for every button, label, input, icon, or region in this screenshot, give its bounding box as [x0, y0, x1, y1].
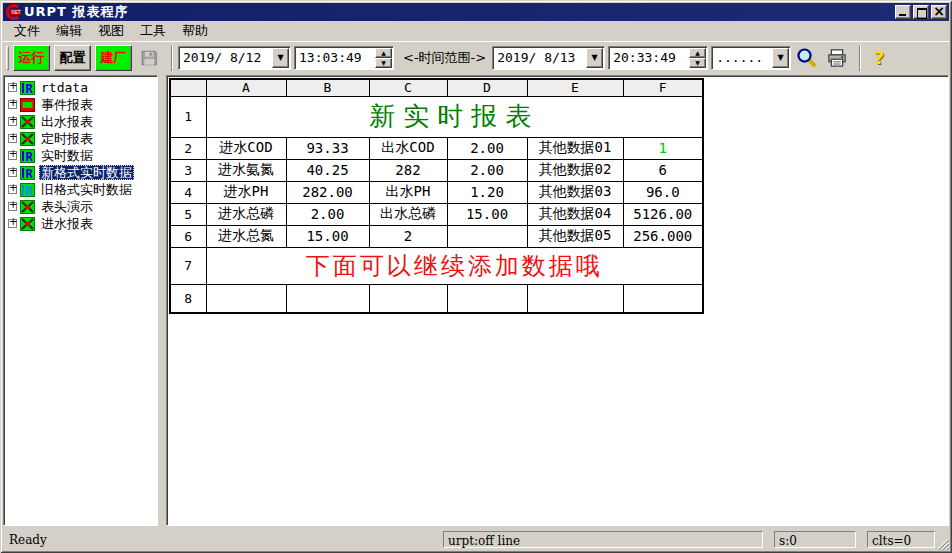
row-header[interactable]: 3 — [170, 159, 206, 181]
resize-grip[interactable] — [936, 537, 949, 550]
row-header[interactable]: 5 — [170, 203, 206, 225]
end-time-spinner[interactable]: 20:33:49 — [608, 46, 708, 70]
chevron-down-icon[interactable] — [586, 48, 603, 68]
expand-plus-icon[interactable] — [8, 117, 17, 126]
row-header[interactable]: 4 — [170, 181, 206, 203]
column-header-b[interactable]: B — [286, 79, 369, 96]
tree-item-timed-report[interactable]: 定时报表 — [6, 130, 157, 147]
expand-plus-icon[interactable] — [8, 185, 17, 194]
spin-down-icon[interactable] — [689, 58, 706, 68]
report-note-cell[interactable]: 下面可以继续添加数据哦 — [206, 247, 703, 284]
cell[interactable]: 15.00 — [447, 203, 527, 225]
panel-splitter[interactable] — [158, 75, 166, 526]
expand-plus-icon[interactable] — [8, 168, 17, 177]
cell[interactable]: 5126.00 — [623, 203, 703, 225]
cell[interactable]: 2.00 — [447, 137, 527, 159]
cell[interactable]: 93.33 — [286, 137, 369, 159]
cell[interactable]: 其他数据02 — [527, 159, 623, 181]
expand-plus-icon[interactable] — [8, 219, 17, 228]
menu-view[interactable]: 视图 — [90, 21, 132, 41]
spin-down-icon[interactable] — [375, 58, 392, 68]
cell[interactable]: 进水COD — [206, 137, 286, 159]
config-button[interactable]: 配置 — [54, 45, 91, 71]
cell[interactable]: 其他数据01 — [527, 137, 623, 159]
cell[interactable] — [447, 225, 527, 247]
cell[interactable] — [527, 284, 623, 313]
spin-up-icon[interactable] — [375, 48, 392, 58]
cell[interactable]: 15.00 — [286, 225, 369, 247]
cell[interactable]: 其他数据03 — [527, 181, 623, 203]
toolbar-grip[interactable] — [6, 46, 9, 70]
cell[interactable]: 2.00 — [447, 159, 527, 181]
row-header[interactable]: 1 — [170, 96, 206, 137]
print-button[interactable] — [824, 46, 850, 70]
maximize-button[interactable] — [913, 5, 929, 19]
cell[interactable]: 282.00 — [286, 181, 369, 203]
cell[interactable]: 256.000 — [623, 225, 703, 247]
row-header[interactable]: 8 — [170, 284, 206, 313]
run-button[interactable]: 运行 — [13, 45, 50, 71]
cell[interactable]: 其他数据05 — [527, 225, 623, 247]
tree-item-old-format-realtime[interactable]: R 旧格式实时数据 — [6, 181, 157, 198]
column-header-a[interactable]: A — [206, 79, 286, 96]
cell[interactable]: 1.20 — [447, 181, 527, 203]
tree-item-event-report[interactable]: 事件报表 — [6, 96, 157, 113]
start-time-spinner[interactable]: 13:03:49 — [294, 46, 394, 70]
cell[interactable] — [447, 284, 527, 313]
expand-plus-icon[interactable] — [8, 83, 17, 92]
chevron-down-icon[interactable] — [272, 48, 289, 68]
tree-item-new-format-realtime[interactable]: R 新格式实时数据 — [6, 164, 157, 181]
grid-corner-cell[interactable] — [170, 79, 206, 96]
save-button[interactable] — [136, 46, 162, 70]
menu-help[interactable]: 帮助 — [174, 21, 216, 41]
cell[interactable]: 其他数据04 — [527, 203, 623, 225]
column-header-f[interactable]: F — [623, 79, 703, 96]
cell[interactable] — [369, 284, 447, 313]
cell[interactable]: 6 — [623, 159, 703, 181]
search-button[interactable] — [794, 46, 820, 70]
plant-button[interactable]: 建厂 — [95, 45, 132, 71]
row-header[interactable]: 6 — [170, 225, 206, 247]
cell[interactable]: 96.0 — [623, 181, 703, 203]
column-header-c[interactable]: C — [369, 79, 447, 96]
menu-tools[interactable]: 工具 — [132, 21, 174, 41]
chevron-down-icon[interactable] — [772, 48, 789, 68]
spin-up-icon[interactable] — [689, 48, 706, 58]
cell[interactable]: 40.25 — [286, 159, 369, 181]
cell[interactable]: 2 — [369, 225, 447, 247]
tree-item-effluent-report[interactable]: 出水报表 — [6, 113, 157, 130]
cell[interactable]: 进水氨氮 — [206, 159, 286, 181]
tree-item-header-demo[interactable]: 表头演示 — [6, 198, 157, 215]
tree-item-rtdata[interactable]: R rtdata — [6, 79, 157, 96]
tree-item-realtime-data[interactable]: R 实时数据 — [6, 147, 157, 164]
column-header-e[interactable]: E — [527, 79, 623, 96]
cell[interactable]: 2.00 — [286, 203, 369, 225]
report-title-cell[interactable]: 新实时报表 — [206, 96, 703, 137]
help-button[interactable]: ? — [866, 46, 892, 70]
cell[interactable] — [206, 284, 286, 313]
cell[interactable]: 282 — [369, 159, 447, 181]
row-header[interactable]: 7 — [170, 247, 206, 284]
menu-edit[interactable]: 编辑 — [48, 21, 90, 41]
expand-plus-icon[interactable] — [8, 100, 17, 109]
tree-item-influent-report[interactable]: 进水报表 — [6, 215, 157, 232]
cell[interactable]: 1 — [623, 137, 703, 159]
menu-file[interactable]: 文件 — [6, 21, 48, 41]
expand-plus-icon[interactable] — [8, 202, 17, 211]
cell[interactable]: 出水PH — [369, 181, 447, 203]
cell[interactable]: 出水总磷 — [369, 203, 447, 225]
cell[interactable]: 进水PH — [206, 181, 286, 203]
cell[interactable] — [623, 284, 703, 313]
cell[interactable]: 进水总氮 — [206, 225, 286, 247]
expand-plus-icon[interactable] — [8, 134, 17, 143]
filter-combobox[interactable]: ...... — [711, 46, 791, 70]
expand-plus-icon[interactable] — [8, 151, 17, 160]
column-header-d[interactable]: D — [447, 79, 527, 96]
minimize-button[interactable] — [895, 5, 911, 19]
row-header[interactable]: 2 — [170, 137, 206, 159]
close-button[interactable] — [931, 5, 947, 19]
start-date-combobox[interactable]: 2019/ 8/12 — [178, 46, 291, 70]
cell[interactable]: 进水总磷 — [206, 203, 286, 225]
end-date-combobox[interactable]: 2019/ 8/13 — [492, 46, 605, 70]
cell[interactable] — [286, 284, 369, 313]
